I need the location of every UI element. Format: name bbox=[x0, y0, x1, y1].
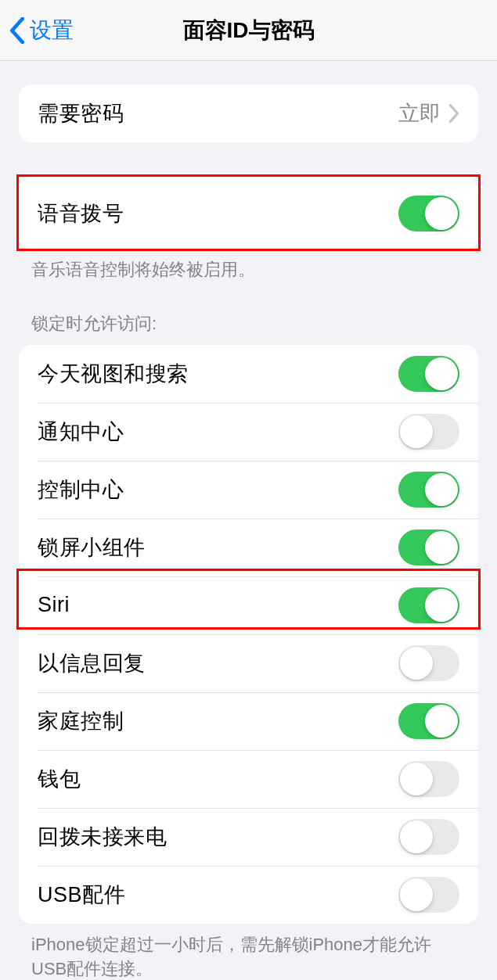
toggle-knob bbox=[425, 473, 458, 506]
chevron-right-icon bbox=[448, 104, 459, 123]
lock-access-label: 钱包 bbox=[38, 765, 81, 793]
lock-access-row: 锁屏小组件 bbox=[19, 519, 478, 576]
lock-access-label: 家庭控制 bbox=[38, 707, 124, 735]
voice-dial-label: 语音拨号 bbox=[38, 199, 124, 228]
lock-access-label: Siri bbox=[38, 593, 70, 617]
voice-dial-toggle[interactable] bbox=[398, 196, 459, 232]
lock-access-label: 通知中心 bbox=[38, 418, 124, 446]
navigation-bar: 设置 面容ID与密码 bbox=[0, 0, 497, 61]
toggle-knob bbox=[400, 820, 433, 853]
voice-dial-group: 语音拨号 bbox=[19, 178, 478, 249]
lock-access-toggle[interactable] bbox=[398, 472, 459, 508]
toggle-knob bbox=[400, 878, 433, 911]
toggle-knob bbox=[400, 415, 433, 448]
lock-access-row: 钱包 bbox=[19, 750, 478, 808]
lock-access-row: USB配件 bbox=[19, 866, 478, 924]
toggle-knob bbox=[425, 531, 458, 564]
lock-access-label: 回拨未接来电 bbox=[38, 823, 167, 851]
lock-access-label: 锁屏小组件 bbox=[38, 533, 146, 562]
page-title: 面容ID与密码 bbox=[183, 16, 315, 45]
lock-access-toggle[interactable] bbox=[398, 356, 459, 392]
back-label: 设置 bbox=[30, 16, 74, 45]
lock-access-row: 控制中心 bbox=[19, 461, 478, 519]
toggle-knob bbox=[400, 763, 433, 795]
lock-access-toggle[interactable] bbox=[398, 877, 459, 913]
voice-dial-footer: 音乐语音控制将始终被启用。 bbox=[0, 249, 497, 282]
lock-access-row: 今天视图和搜索 bbox=[19, 345, 478, 403]
lock-access-row: 通知中心 bbox=[19, 403, 478, 461]
chevron-left-icon bbox=[9, 17, 25, 44]
lock-access-toggle[interactable] bbox=[398, 414, 459, 450]
lock-access-row: 家庭控制 bbox=[19, 692, 478, 750]
require-passcode-label: 需要密码 bbox=[38, 99, 124, 127]
lock-access-toggle[interactable] bbox=[398, 529, 459, 565]
lock-access-label: 以信息回复 bbox=[38, 649, 146, 677]
toggle-knob bbox=[425, 197, 458, 230]
toggle-knob bbox=[425, 357, 458, 390]
lock-access-toggle[interactable] bbox=[398, 703, 459, 739]
lock-access-label: 控制中心 bbox=[38, 476, 124, 504]
toggle-knob bbox=[425, 705, 458, 738]
lock-access-toggle[interactable] bbox=[398, 645, 459, 681]
lock-access-group: 今天视图和搜索通知中心控制中心锁屏小组件Siri以信息回复家庭控制钱包回拨未接来… bbox=[19, 345, 478, 924]
lock-access-row: 以信息回复 bbox=[19, 634, 478, 692]
lock-access-toggle[interactable] bbox=[398, 587, 459, 623]
lock-access-label: USB配件 bbox=[38, 881, 125, 909]
require-passcode-row[interactable]: 需要密码 立即 bbox=[19, 84, 478, 142]
require-passcode-group: 需要密码 立即 bbox=[19, 84, 478, 142]
lock-access-row: 回拨未接来电 bbox=[19, 808, 478, 866]
require-passcode-value: 立即 bbox=[398, 99, 441, 127]
back-button[interactable]: 设置 bbox=[0, 16, 74, 45]
toggle-knob bbox=[400, 647, 433, 680]
voice-dial-row: 语音拨号 bbox=[19, 178, 478, 249]
lock-access-row: Siri bbox=[19, 576, 478, 634]
lock-access-toggle[interactable] bbox=[398, 761, 459, 797]
lock-access-label: 今天视图和搜索 bbox=[38, 360, 189, 388]
lock-access-toggle[interactable] bbox=[398, 819, 459, 855]
lock-access-header: 锁定时允许访问: bbox=[0, 282, 497, 345]
toggle-knob bbox=[425, 589, 458, 622]
lock-access-footer: iPhone锁定超过一小时后，需先解锁iPhone才能允许USB配件连接。 bbox=[0, 924, 497, 980]
